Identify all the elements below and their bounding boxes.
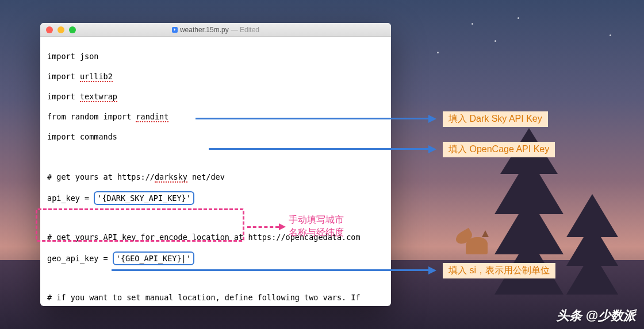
code-line <box>47 273 384 283</box>
arrow-head-icon <box>428 145 436 153</box>
code-line: import commands <box>47 132 384 142</box>
arrow-dash <box>247 226 279 228</box>
maximize-icon[interactable] <box>69 26 76 33</box>
api-key-highlight: '{DARK_SKY_API_KEY}' <box>94 191 194 205</box>
traffic-lights <box>40 26 76 33</box>
window-title: weather.15m.py <box>180 26 229 34</box>
arrow-head-icon <box>428 115 436 123</box>
editor-window: weather.15m.py — Edited import json impo… <box>40 23 391 306</box>
geo-key-highlight: '{GEO_API_KEY}|' <box>113 251 194 265</box>
titlebar[interactable]: weather.15m.py — Edited <box>40 23 391 37</box>
annotation-opencage: 填入 OpenCage API Key <box>443 142 555 157</box>
code-line <box>47 152 384 162</box>
edited-status: — Edited <box>231 26 259 34</box>
annotation-units: 填入 si，表示用公制单位 <box>443 263 555 278</box>
code-line: geo_api_key = '{GEO_API_KEY}|' <box>47 253 384 263</box>
minimize-icon[interactable] <box>57 26 64 33</box>
code-line: import textwrap <box>47 92 384 102</box>
annotation-darksky: 填入 Dark Sky API Key <box>443 111 548 127</box>
arrow-line <box>112 269 428 271</box>
code-line: api_key = '{DARK_SKY_API_KEY}' <box>47 192 384 203</box>
fox-icon <box>460 226 494 260</box>
arrow-line <box>209 148 428 150</box>
code-line: # if you want to set manual location, de… <box>47 293 384 303</box>
code-area[interactable]: import json import urllib2 import textwr… <box>40 37 391 306</box>
close-icon[interactable] <box>46 26 53 33</box>
python-file-icon <box>172 27 178 33</box>
arrow-head-icon <box>279 223 286 230</box>
arrow-head-icon <box>428 266 436 274</box>
annotation-manual: 手动填写城市 名称与经纬度 <box>289 214 344 239</box>
code-line: import json <box>47 52 384 62</box>
watermark: 头条 @少数派 <box>557 307 636 324</box>
code-line: import urllib2 <box>47 72 384 82</box>
code-line: # get yours at https://darksky net/dev <box>47 172 384 183</box>
arrow-line <box>195 118 428 119</box>
code-line: from random import randint <box>47 112 384 122</box>
